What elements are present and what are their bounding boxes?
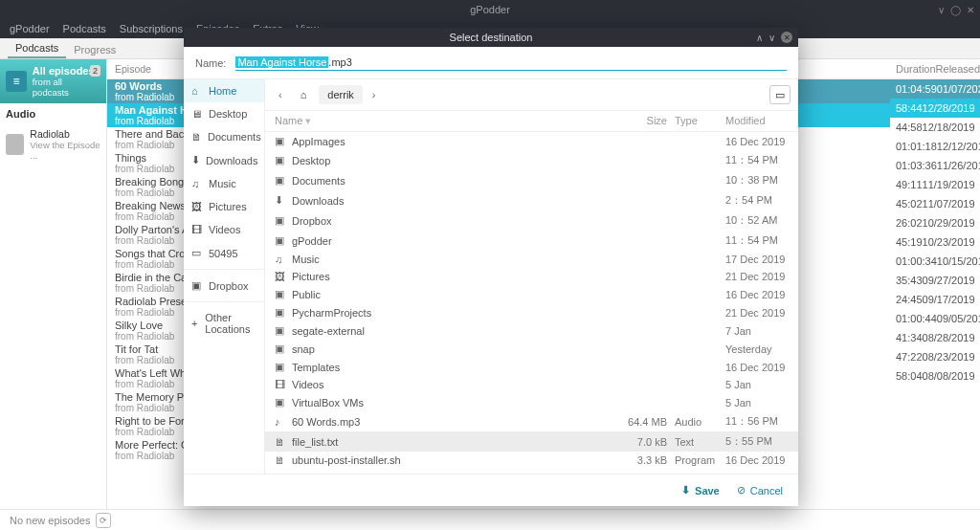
place-icon: ♫ (191, 178, 203, 189)
file-icon: ▣ (275, 324, 286, 337)
col-released[interactable]: Released (936, 63, 980, 75)
all-episodes-badge: 2 (90, 65, 100, 77)
places-item[interactable]: ♫Music (184, 172, 264, 195)
meta-row: 01:04:5901/07/2020 (890, 79, 980, 99)
save-button[interactable]: ⬇Save (681, 484, 720, 497)
places-item[interactable]: ▣Dropbox (184, 274, 264, 298)
name-label: Name: (195, 57, 226, 69)
menu-podcasts[interactable]: Podcasts (63, 23, 106, 34)
file-icon: ▣ (275, 154, 286, 166)
statusbar: No new episodes ⟳ (0, 509, 980, 530)
file-row[interactable]: 🗎file_list.txt7.0 kBText5：55 PM (265, 431, 798, 452)
places-item[interactable]: ▭50495 (184, 241, 264, 265)
file-icon: ▣ (275, 288, 286, 300)
file-list: Name ▾ Size Type Modified ▣AppImages16 D… (265, 111, 798, 474)
tab-podcasts[interactable]: Podcasts (8, 39, 66, 58)
maximize-icon[interactable]: ◯ (950, 5, 961, 15)
file-row[interactable]: 🎞Videos5 Jan (265, 376, 798, 393)
new-folder-button[interactable]: ▭ (769, 85, 791, 104)
file-row[interactable]: 🖼Pictures21 Dec 2019 (265, 268, 798, 285)
file-row[interactable]: ♪60 Words.mp364.4 MBAudio11：56 PM (265, 411, 798, 431)
menu-gpodder[interactable]: gPodder (10, 23, 50, 34)
filename-row: Name: Man Against Horse.mp3 (184, 47, 798, 78)
place-icon: ▭ (191, 247, 203, 259)
places-item[interactable]: ⌂Home (184, 79, 264, 102)
all-episodes-row[interactable]: ≡ All episodes from all podcasts 2 (0, 59, 106, 103)
meta-row: 47:2208/23/2019 (890, 347, 980, 366)
meta-row: 35:4309/27/2019 (890, 271, 980, 290)
col-duration[interactable]: Duration (896, 63, 936, 75)
place-icon: 🖥 (191, 108, 203, 120)
refresh-icon[interactable]: ⟳ (96, 513, 111, 528)
minimize-icon[interactable]: ∨ (938, 5, 945, 15)
crumb-home[interactable]: ⌂ (292, 85, 316, 104)
meta-row: 49:1111/19/2019 (890, 175, 980, 194)
place-icon: ⌂ (191, 85, 203, 97)
file-icon: ▣ (275, 234, 286, 247)
cancel-button[interactable]: ⊘Cancel (737, 484, 783, 497)
podcast-item[interactable]: Radiolab View the Episode ... (0, 124, 106, 165)
place-icon: 🖼 (191, 201, 203, 212)
all-episodes-icon: ≡ (6, 71, 27, 92)
filename-selected: Man Against Horse (235, 56, 328, 68)
places-item[interactable]: +Other Locations (184, 306, 264, 341)
meta-row: 58:4412/28/2019 (890, 99, 980, 118)
save-dialog: Select destination ∧ ∨ ✕ Name: Man Again… (184, 28, 798, 506)
places-item[interactable]: 🖥Desktop (184, 102, 264, 125)
file-row[interactable]: ▣Desktop11：54 PM (265, 150, 798, 170)
file-row[interactable]: ▣Public16 Dec 2019 (265, 285, 798, 303)
nav-fwd-icon[interactable]: › (367, 87, 382, 102)
file-icon: ▣ (275, 174, 286, 187)
filename-input[interactable]: Man Against Horse.mp3 (235, 55, 787, 71)
dialog-down-icon[interactable]: ∨ (768, 33, 775, 43)
podcast-thumb (6, 134, 24, 155)
file-icon: ⬇ (275, 194, 286, 207)
places-item[interactable]: ⬇Downloads (184, 148, 264, 172)
file-row[interactable]: ▣VirtualBox VMs5 Jan (265, 393, 798, 411)
file-row[interactable]: ♫Music17 Dec 2019 (265, 251, 798, 268)
crumb-current[interactable]: derrik (319, 85, 363, 104)
file-row[interactable]: ▣Templates16 Dec 2019 (265, 358, 798, 376)
file-row[interactable]: ⬇Downloads2：54 PM (265, 190, 798, 210)
file-row[interactable]: 🗎ubuntu-post-installer.sh3.3 kBProgram16… (265, 452, 798, 469)
col-modified[interactable]: Modified (720, 115, 789, 127)
dialog-titlebar: Select destination ∧ ∨ ✕ (184, 28, 798, 47)
tab-progress[interactable]: Progress (66, 41, 123, 58)
places-item[interactable]: 🗎Documents (184, 125, 264, 148)
place-icon: ▣ (191, 279, 203, 292)
file-icon: ▣ (275, 396, 286, 409)
dialog-actions: ⬇Save ⊘Cancel (184, 474, 798, 506)
places-item[interactable]: 🎞Videos (184, 218, 264, 241)
menu-subscriptions[interactable]: Subscriptions (120, 23, 183, 34)
dialog-up-icon[interactable]: ∧ (756, 33, 763, 43)
file-icon: ▣ (275, 361, 286, 373)
col-size[interactable]: Size (614, 115, 667, 127)
file-row[interactable]: ▣PycharmProjects21 Dec 2019 (265, 303, 798, 321)
sort-indicator-icon: ▾ (305, 115, 311, 126)
file-row[interactable]: ▣snapYesterday (265, 340, 798, 358)
file-row[interactable]: ▣Documents10：38 PM (265, 170, 798, 190)
meta-row: 45:0211/07/2019 (890, 194, 980, 213)
meta-row: 58:0408/08/2019 (890, 366, 980, 386)
close-icon[interactable]: ✕ (967, 5, 974, 15)
meta-row: 01:00:3410/15/2019 (890, 252, 980, 271)
meta-row: 44:5812/18/2019 (890, 118, 980, 137)
file-row[interactable]: ▣Dropbox10：52 AM (265, 210, 798, 231)
col-name[interactable]: Name ▾ (275, 115, 614, 127)
places-item[interactable]: 🖼Pictures (184, 195, 264, 218)
dialog-close-icon[interactable]: ✕ (781, 32, 792, 43)
file-icon: ♪ (275, 416, 286, 428)
nav-back-icon[interactable]: ‹ (273, 87, 288, 102)
file-icon: 🗎 (275, 436, 286, 448)
col-type[interactable]: Type (667, 115, 720, 127)
meta-row: 24:4509/17/2019 (890, 290, 980, 309)
file-icon: ▣ (275, 135, 286, 147)
status-message: No new episodes (10, 515, 90, 526)
file-icon: ♫ (275, 254, 286, 265)
file-row[interactable]: ▣gPodder11：54 PM (265, 231, 798, 251)
file-row[interactable]: ▣AppImages16 Dec 2019 (265, 132, 798, 150)
file-row[interactable]: ▣segate-external7 Jan (265, 321, 798, 340)
file-icon: ▣ (275, 306, 286, 319)
dialog-title: Select destination (450, 32, 533, 43)
meta-row: 01:00:4409/05/2019 (890, 309, 980, 328)
